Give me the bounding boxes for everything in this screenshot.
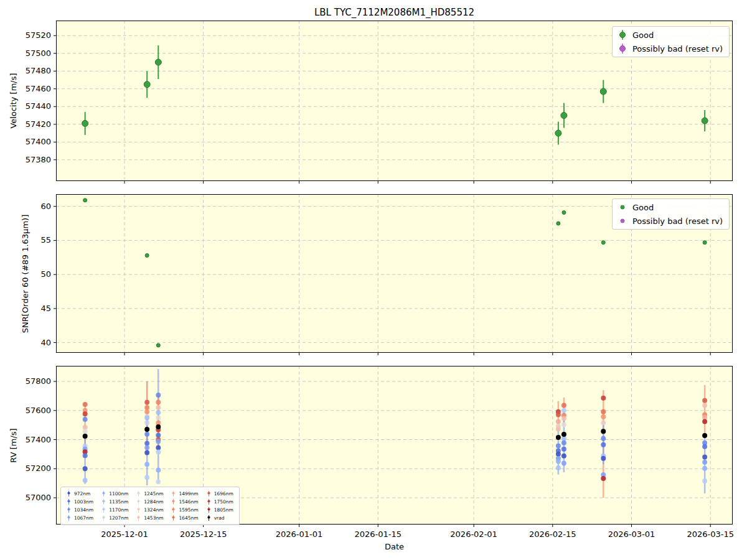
y-tick-label: 40 [0,338,51,348]
rv-point [144,399,149,404]
rv-point [144,441,149,446]
wavelength-marker-icon [67,506,71,513]
snr-point [145,253,149,257]
rv-point [144,432,149,437]
rv-point [556,426,561,431]
x-tick-label: 2026-03-01 [591,530,672,539]
rv-point [561,422,566,427]
rv-point [156,439,161,444]
rv-point [156,479,161,484]
vrad-point [556,435,561,440]
snr-point [601,241,605,245]
wavelength-marker-icon [207,506,211,513]
rv-point [702,403,707,408]
y-tick-label: 57200 [0,464,51,474]
rv-point [156,415,161,420]
legend-item-wavelength: 1034nm [67,506,93,513]
wavelength-marker-icon [101,490,106,497]
snr-point [562,211,566,215]
rv-point [601,442,606,447]
x-axis-label: Date [56,542,733,551]
legend-label: 1067nm [74,515,93,521]
rv-point [144,415,149,420]
wavelength-marker-icon [67,490,71,497]
rv-point [702,419,707,424]
y-tick-label: 45 [0,304,51,314]
wavelength-marker-icon [136,515,141,521]
possibly-bad-errorbar-icon [619,43,626,54]
rv-point [601,414,606,419]
vrad-point [561,432,566,437]
legend-item-wavelength: 1067nm [67,515,93,521]
rv-point [156,405,161,410]
velocity-point [702,118,708,124]
rv-axis-label: RV [m/s] [9,428,18,462]
legend-label: 1135nm [109,499,128,505]
velocity-point [561,113,567,119]
rv-wavelength-legend: 972nm1003nm1034nm1067nm1100nm1135nm1170n… [60,487,240,525]
rv-point [144,409,149,414]
rv-point [83,453,88,458]
wavelength-marker-icon [67,515,71,521]
vrad-marker-icon [207,515,211,521]
wavelength-marker-icon [136,506,141,513]
y-tick-label: 57380 [0,155,51,165]
legend-item-vrad: vrad [207,515,233,521]
x-tick-label: 2026-01-15 [337,530,418,539]
y-tick-label: 57600 [0,406,51,416]
legend-label: 1805nm [214,507,233,513]
rv-point [156,393,161,398]
legend-item-wavelength: 1546nm [171,498,198,505]
rv-point [83,466,88,471]
rv-point [83,411,88,416]
legend-label-good: Good [632,203,654,212]
wavelength-marker-icon [101,515,106,521]
legend-label: 1546nm [179,499,198,505]
vrad-point [702,433,707,438]
velocity-point [155,59,161,65]
legend-item-possibly-bad: Possibly bad (reset rv) [619,214,723,228]
rv-point [601,476,606,481]
rv-point [561,454,566,459]
rv-point [156,399,161,404]
legend-label: 1453nm [144,515,163,521]
legend-item-wavelength: 1696nm [207,490,233,497]
good-errorbar-icon [619,29,626,40]
x-tick-label: 2026-01-01 [259,530,340,539]
legend-label-possibly-bad: Possibly bad (reset rv) [632,44,723,54]
legend-item-wavelength: 1595nm [171,506,198,513]
rv-point [144,450,149,455]
velocity-point [82,120,88,126]
rv-point [556,465,561,470]
wavelength-marker-icon [171,498,176,505]
legend-item-wavelength: 1170nm [101,506,128,513]
legend-item-wavelength: 1284nm [136,498,163,505]
legend-label-good: Good [632,30,654,40]
legend-item-wavelength: 1003nm [67,498,93,505]
rv-point [83,417,88,422]
rv-point [144,421,149,426]
rv-point [556,452,561,457]
rv-point [601,409,606,414]
rv-point [561,416,566,421]
snr-point [703,241,707,245]
y-tick-label: 57460 [0,84,51,94]
vrad-point [83,434,88,439]
wavelength-marker-icon [171,490,176,497]
legend-label: 972nm [74,491,90,497]
legend-item-wavelength: 1207nm [101,515,128,521]
vrad-point [156,424,161,429]
legend-item-good: Good [619,200,723,214]
legend-item-good: Good [619,28,723,42]
velocity-point [555,130,561,136]
rv-point [601,396,606,401]
y-tick-label: 57520 [0,30,51,40]
x-tick-label: 2026-02-01 [433,530,514,539]
wavelength-marker-icon [67,498,71,505]
legend-item-wavelength: 1645nm [171,515,198,521]
wavelength-marker-icon [136,498,141,505]
y-tick-label: 55 [0,235,51,245]
rv-point [561,403,566,408]
legend-label: 1324nm [144,507,163,513]
rv-point [156,410,161,415]
